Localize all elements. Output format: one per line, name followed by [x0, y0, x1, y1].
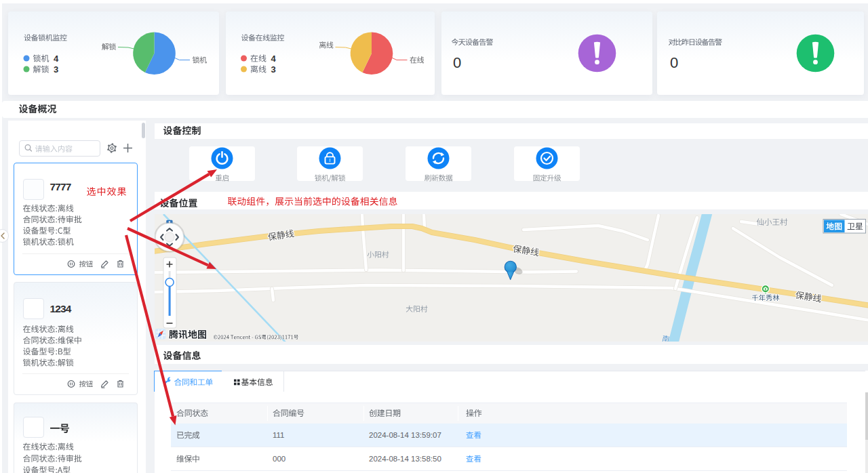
svg-text:4: 4 — [54, 54, 59, 64]
svg-text:2024-08-14 13:58:50: 2024-08-14 13:58:50 — [369, 455, 441, 463]
svg-text:111: 111 — [273, 431, 284, 439]
svg-text:000: 000 — [273, 455, 285, 463]
svg-text:1234: 1234 — [50, 303, 72, 314]
svg-text:0: 0 — [670, 54, 678, 71]
svg-text:3: 3 — [271, 64, 276, 75]
svg-text:2024-08-14 13:59:07: 2024-08-14 13:59:07 — [369, 431, 441, 439]
svg-text:7777: 7777 — [50, 181, 71, 192]
svg-text:3: 3 — [54, 64, 58, 75]
svg-text:4: 4 — [271, 54, 277, 64]
svg-text:0: 0 — [453, 54, 461, 71]
